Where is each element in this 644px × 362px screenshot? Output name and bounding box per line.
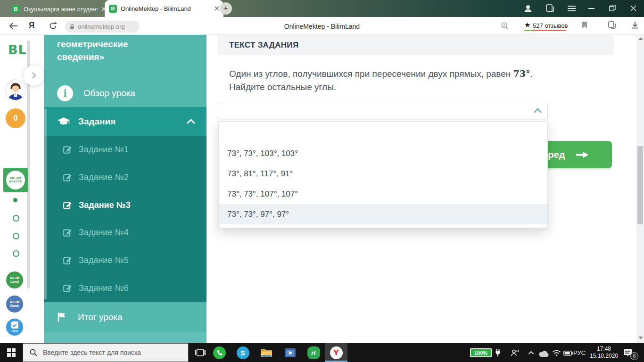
score-badge[interactable]: 0 [6,108,25,128]
profile-icon[interactable] [523,4,533,13]
file-explorer-icon [260,348,272,357]
tab-favicon-icon: B [109,5,117,13]
browser-tab-inactive[interactable]: B Оқушыларға және студентт [8,2,110,16]
whatsapp-app-button[interactable] [208,343,231,362]
scroll-up-icon[interactable] [638,37,643,40]
notification-count-badge[interactable]: 6 [630,352,638,360]
nav-dot-active[interactable] [13,198,17,202]
power-plug-icon[interactable] [495,349,501,357]
lesson-title: геометрические сведения» [44,35,206,79]
sidebar-item-task5[interactable]: Задание №5 [44,247,206,274]
bookmarks-panel-icon[interactable] [546,4,555,13]
nav-dot[interactable] [13,215,19,222]
sidebar-item-overview[interactable]: i Обзор урока [44,79,206,107]
taskbar-search[interactable] [23,343,189,362]
sidebar-scrollbar[interactable] [44,108,47,299]
url-text: onlinemektep.org [78,23,125,30]
rt-app-button[interactable]: rt [302,343,325,362]
bilimland-logo[interactable]: BL [8,42,27,57]
task-list: Задание №1 Задание №2 Задание №3 Задание… [44,136,206,302]
download-icon[interactable] [631,21,639,29]
summary-label: Итог урока [78,312,123,322]
nav-dot[interactable] [13,250,19,257]
close-icon[interactable] [630,5,636,11]
page-scrollbar-thumb[interactable] [637,146,643,224]
people-icon[interactable] [511,349,519,356]
itest-app-icon[interactable]: iTest [6,319,23,336]
info-icon: i [57,85,73,101]
clock[interactable]: 17:48 15.10.2020 [589,346,619,360]
task-view-icon [195,349,206,356]
bilimbook-app-icon[interactable]: BILIMBook [6,296,23,313]
yandex-browser-icon: Y [330,346,343,359]
sidebar-item-task1[interactable]: Задание №1 [44,136,206,164]
collections-icon[interactable] [608,21,617,29]
windows-logo-icon [7,348,16,357]
search-input[interactable] [42,348,181,357]
dropdown-option-highlighted[interactable]: 73°, 73°, 97°, 97° [219,204,547,224]
reviews-count[interactable]: 527 отзывов [533,22,568,29]
lock-icon [70,24,74,30]
onlinemektep-app-icon[interactable]: ONLINEMEKTEP [3,168,28,192]
sidebar-item-tasks[interactable]: Задания [44,107,206,136]
refresh-icon[interactable] [49,22,57,30]
tray-chevron-up-icon[interactable] [528,351,534,355]
battery-percent-badge[interactable]: 100% [470,348,492,357]
browser-tab-active[interactable]: B OnlineMektep - BilimLand [105,0,223,17]
sidebar-item-summary[interactable]: Итог урока [44,302,206,332]
task-card-header: ТЕКСТ ЗАДАНИЯ [218,35,614,55]
star-icon[interactable]: ★ [524,21,530,29]
battery-icon[interactable] [563,351,573,356]
arrow-right-icon [576,151,589,158]
scroll-down-icon[interactable] [638,337,643,339]
back-icon[interactable] [8,22,18,30]
address-bar[interactable]: onlinemektep.org [65,21,140,33]
desktop: B Оқушыларға және студентт B OnlineMekte… [0,0,644,362]
onedrive-cloud-icon[interactable] [538,350,550,357]
dropdown-option[interactable]: 73°, 81°, 117°, 91° [219,164,547,184]
answer-select[interactable] [218,102,548,119]
skype-icon: S [237,346,249,359]
edit-icon [63,145,72,154]
yandex-browser-app-button-active[interactable]: Y [325,343,347,362]
skype-app-button[interactable]: S [231,343,254,362]
language-indicator[interactable]: РУС [573,349,586,356]
sidebar-item-task2[interactable]: Задание №2 [44,164,206,191]
bookmark-icon[interactable] [582,21,587,29]
minimize-icon[interactable] [588,8,594,9]
bilimland-app-icon[interactable]: BILIMLand [6,272,23,288]
edit-icon [63,228,72,237]
media-player-icon [284,347,296,359]
chevron-right-icon [31,72,37,79]
edit-icon [63,284,72,293]
start-button[interactable] [0,343,23,362]
user-avatar[interactable] [5,79,26,101]
zoom-icon[interactable] [501,22,509,30]
graduation-cap-icon [57,117,70,126]
wifi-icon[interactable] [552,350,561,356]
file-explorer-app-button[interactable] [255,343,278,362]
dropdown-option[interactable]: 73°, 73°, 107°, 107° [219,184,547,204]
sidebar-bottom-strip [44,332,206,343]
tab-close-icon[interactable] [215,6,219,11]
chevron-up-icon [534,108,542,113]
edit-icon [63,201,72,210]
new-tab-button[interactable]: + [220,2,232,15]
answer-dropdown: 73°, 73°, 103°, 103° 73°, 81°, 117°, 91°… [218,121,548,228]
sidebar-item-task4[interactable]: Задание №4 [44,219,206,247]
media-player-app-button[interactable] [279,343,301,362]
sidebar-item-task6[interactable]: Задание №6 [44,274,206,302]
menu-icon[interactable] [568,6,576,11]
rt-icon: rt [307,346,320,359]
tasks-header-label: Задания [78,116,116,127]
tab-favicon-icon: B [12,5,20,13]
yandex-logo-icon[interactable]: Я [29,21,34,30]
nav-dot[interactable] [13,233,19,239]
onlinemektep-logo: ONLINEMEKTEP [6,171,25,189]
dropdown-option[interactable]: 73°, 73°, 103°, 103° [219,143,547,164]
sidebar-item-task3-active[interactable]: Задание №3 [44,191,206,219]
chevron-up-icon[interactable] [187,119,195,124]
browser-tab-bar: B Оқушыларға және студентт B OnlineMekte… [0,0,644,17]
sidebar-collapse-button[interactable] [24,65,44,86]
restore-icon[interactable] [609,5,616,11]
